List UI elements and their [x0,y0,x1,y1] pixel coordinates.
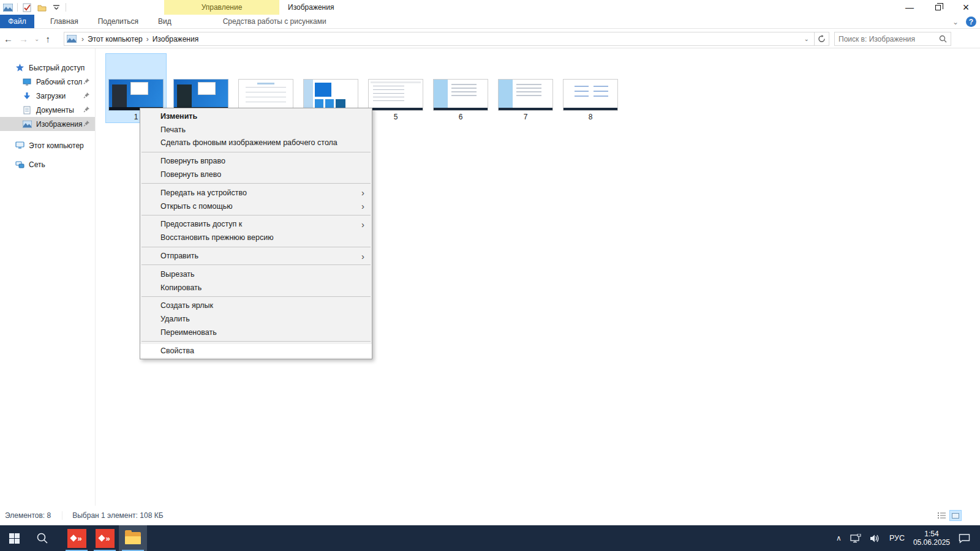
taskbar-file-explorer-button[interactable] [119,525,147,551]
properties-quick-icon[interactable] [21,2,32,12]
menu-item-create-shortcut[interactable]: Создать ярлык [140,299,372,313]
breadcrumb-pictures[interactable]: Изображения [150,35,201,43]
new-folder-quick-icon[interactable] [36,2,47,12]
context-ribbon-header: Управление [164,0,279,15]
thumbnails-view-button[interactable] [949,510,962,521]
search-box[interactable] [834,32,951,46]
menu-item-cast-to-device[interactable]: Передать на устройство› [140,186,372,200]
menu-separator [141,341,371,342]
menu-item-cut[interactable]: Вырезать [140,268,372,281]
file-item-5[interactable]: 5 [366,54,426,122]
tab-home[interactable]: Главная [40,15,88,28]
taskbar: » » ∧ РУС 1:54 05.06.2025 [0,525,980,551]
sidebar-item-desktop[interactable]: Рабочий стол [0,75,95,89]
network-icon[interactable] [850,534,861,543]
thumbnails-view-icon [952,513,959,519]
time: 1:54 [913,530,950,538]
recent-locations-chevron-icon[interactable]: ⌄ [34,36,39,42]
customize-qat-chevron-icon[interactable] [51,2,62,12]
menu-item-copy[interactable]: Копировать [140,281,372,294]
submenu-arrow-icon: › [361,220,364,229]
context-menu: Изменить Печать Сделать фоновым изображе… [140,108,372,359]
file-item-7[interactable]: 7 [496,54,556,122]
submenu-arrow-icon: › [361,201,364,211]
thumbnail-image [238,79,293,111]
menu-item-rotate-right[interactable]: Повернуть вправо [140,154,372,168]
tab-view[interactable]: Вид [148,15,181,28]
tray-overflow-chevron-icon[interactable]: ∧ [836,534,842,542]
help-icon[interactable]: ? [966,17,976,27]
window-title: Изображения [288,0,334,15]
forward-button[interactable]: → [19,34,28,44]
back-button[interactable]: ← [4,34,13,44]
menu-separator [141,215,371,216]
thumbnail-image [173,79,228,111]
start-button[interactable] [0,525,28,551]
minimize-button[interactable]: — [895,0,924,15]
details-view-button[interactable] [937,511,947,520]
language-indicator[interactable]: РУС [889,534,905,542]
sidebar-item-network[interactable]: Сеть [0,157,95,171]
menu-item-properties[interactable]: Свойства [140,344,372,358]
menu-item-rotate-left[interactable]: Повернуть влево [140,168,372,181]
menu-item-set-as-wallpaper[interactable]: Сделать фоновым изображением рабочего ст… [140,137,372,150]
sidebar-item-label: Изображения [36,120,82,129]
sidebar-item-label: Сеть [29,160,45,169]
taskbar-search-button[interactable] [28,525,56,551]
file-item-label: 5 [394,112,398,122]
date: 05.06.2025 [913,538,950,547]
breadcrumb-separator: › [80,35,85,43]
menu-item-give-access[interactable]: Предоставить доступ к› [140,218,372,231]
menu-separator [141,152,371,152]
minimize-icon: — [905,2,914,12]
search-input[interactable] [835,35,939,43]
pin-icon [83,92,90,100]
file-explorer-icon [125,532,141,544]
sidebar-item-documents[interactable]: Документы [0,103,95,117]
file-item-label: 6 [459,112,463,122]
breadcrumb-this-pc[interactable]: Этот компьютер [85,35,145,43]
network-icon [15,161,24,168]
sidebar-item-pictures[interactable]: Изображения [0,117,95,131]
window-controls: — × [895,0,980,15]
up-button[interactable]: ↑ [45,34,50,44]
tab-picture-tools[interactable]: Средства работы с рисунками [213,15,336,28]
divider [17,3,18,12]
ribbon-tab-row: Файл Главная Поделиться Вид Средства раб… [0,15,980,29]
clock[interactable]: 1:54 05.06.2025 [913,530,950,547]
quick-access-star-icon [15,64,24,72]
taskbar-app-red-1[interactable]: » [62,525,91,551]
volume-icon[interactable] [870,534,881,543]
file-item-6[interactable]: 6 [431,54,491,122]
search-icon [36,532,48,544]
sidebar-item-downloads[interactable]: Загрузки [0,89,95,103]
tab-share[interactable]: Поделиться [88,15,148,28]
menu-item-rename[interactable]: Переименовать [140,326,372,339]
close-button[interactable]: × [952,0,980,15]
menu-item-print[interactable]: Печать [140,123,372,137]
sidebar-item-quick-access[interactable]: Быстрый доступ [0,61,95,75]
red-app-icon: » [67,529,86,548]
collapse-ribbon-chevron-icon[interactable]: ⌄ [952,18,959,26]
sidebar-item-this-pc[interactable]: Этот компьютер [0,138,95,152]
sidebar-item-label: Загрузки [36,92,66,100]
pin-icon [83,106,90,114]
red-app-icon: » [96,529,115,548]
file-item-label: 8 [589,112,593,122]
navigation-pane: Быстрый доступ Рабочий стол Загрузки [0,48,96,506]
menu-item-restore-previous-versions[interactable]: Восстановить прежнюю версию [140,231,372,244]
taskbar-app-red-2[interactable]: » [91,525,119,551]
action-center-icon[interactable] [959,533,970,544]
restore-button[interactable] [924,0,952,15]
menu-item-delete[interactable]: Удалить [140,312,372,326]
tab-file[interactable]: Файл [0,15,34,28]
file-item-8[interactable]: 8 [560,54,620,122]
document-icon [22,106,32,114]
menu-item-edit[interactable]: Изменить [140,110,372,123]
menu-item-open-with[interactable]: Открыть с помощью› [140,200,372,213]
pictures-icon [22,121,32,128]
menu-item-send-to[interactable]: Отправить› [140,249,372,263]
address-dropdown-chevron-icon[interactable]: ⌄ [799,36,814,42]
address-bar[interactable]: › Этот компьютер › Изображения ⌄ [64,32,829,46]
refresh-button[interactable] [814,32,829,45]
